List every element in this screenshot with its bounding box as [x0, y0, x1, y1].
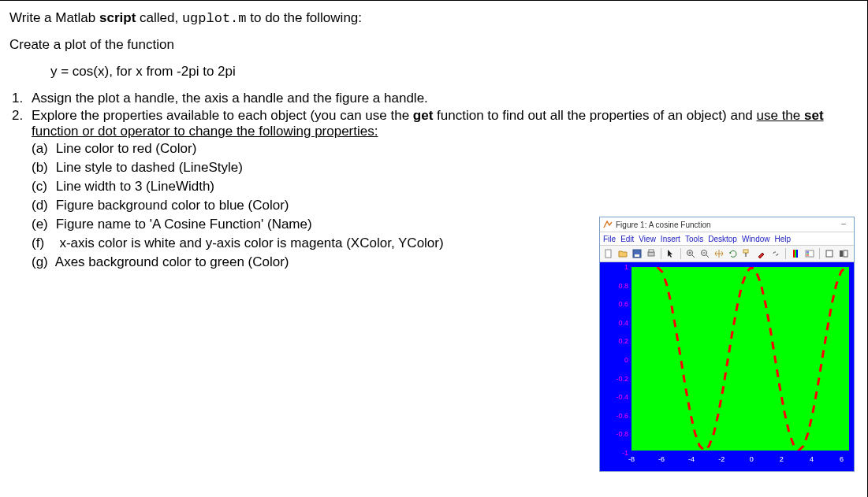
y-tick-label: -1 — [603, 449, 628, 457]
text: Write a Matlab — [9, 10, 99, 25]
save-icon[interactable] — [631, 247, 643, 260]
legend-icon[interactable] — [803, 247, 816, 260]
y-tick-label: 1 — [603, 263, 628, 271]
text: use the — [757, 108, 805, 123]
hide-tools-icon[interactable] — [823, 247, 836, 260]
svg-rect-22 — [840, 250, 843, 257]
open-icon[interactable] — [617, 247, 629, 260]
y-tick-label: 0.6 — [603, 300, 628, 308]
y-tick-label: -0.2 — [603, 375, 628, 383]
prop-f-text: x-axis color is white and y-axis color i… — [59, 236, 443, 250]
separator-icon — [661, 248, 661, 259]
prop-c: (c) Line width to 3 (LineWidth) — [32, 179, 853, 195]
svg-line-6 — [692, 255, 695, 258]
x-tick-label: 0 — [750, 455, 754, 463]
separator-icon — [680, 248, 681, 259]
new-icon[interactable] — [602, 247, 615, 260]
y-tick-label: 0.4 — [603, 319, 628, 327]
menu-view[interactable]: View — [639, 235, 656, 243]
text: to do the following: — [247, 10, 362, 25]
menu-window[interactable]: Window — [742, 235, 770, 243]
brush-icon[interactable] — [755, 247, 768, 260]
toolbar — [600, 246, 854, 262]
step-1-text: Assign the plot a handle, the axis a han… — [32, 91, 428, 106]
x-tick-label: -8 — [628, 455, 635, 463]
text-bold: set — [804, 108, 824, 123]
zoom-in-icon[interactable] — [684, 247, 697, 260]
svg-rect-16 — [796, 250, 798, 258]
axes: 10.80.60.40.20-0.2-0.4-0.6-0.8-1-8-6-4-2… — [631, 267, 849, 451]
svg-rect-15 — [795, 250, 796, 258]
prop-g-text: Axes background color to green (Color) — [55, 254, 289, 269]
y-tick-label: 0 — [603, 356, 628, 364]
datacursor-icon[interactable] — [741, 247, 754, 260]
x-tick-label: -2 — [718, 455, 725, 463]
y-tick-label: -0.6 — [603, 412, 628, 420]
x-tick-label: -6 — [658, 455, 665, 463]
menu-tools[interactable]: Tools — [685, 235, 703, 243]
svg-rect-21 — [826, 250, 833, 257]
y-tick-label: -0.8 — [603, 430, 628, 438]
svg-rect-0 — [605, 250, 611, 258]
prop-d: (d) Figure background color to blue (Col… — [32, 198, 853, 213]
text: Explore the properties available to each… — [32, 108, 413, 123]
code-filename: ugplot.m — [182, 11, 247, 26]
prop-a: (a) Line color to red (Color) — [32, 141, 853, 157]
text: function to find out all the properties … — [433, 108, 756, 123]
function-def: y = cos(x), for x from -2pi to 2pi — [50, 64, 853, 80]
prop-d-text: Figure background color to blue (Color) — [56, 198, 289, 213]
menu-help[interactable]: Help — [775, 235, 792, 243]
zoom-out-icon[interactable] — [698, 247, 711, 260]
minimize-button[interactable]: – — [836, 220, 851, 229]
text: function or dot operator to change the f… — [32, 124, 378, 139]
x-tick-label: 4 — [810, 455, 814, 463]
matlab-icon — [603, 220, 613, 229]
y-tick-label: 0.8 — [603, 282, 628, 290]
step-1: Assign the plot a handle, the axis a han… — [27, 91, 853, 106]
prop-b: (b) Line style to dashed (LineStyle) — [32, 160, 853, 176]
colorbar-icon[interactable] — [789, 247, 802, 260]
instruction-line-2: Create a plot of the function — [9, 37, 853, 53]
matlab-figure-window: Figure 1: A cosine Function – File Edit … — [599, 217, 855, 472]
y-tick-label: -0.4 — [603, 393, 628, 401]
svg-rect-3 — [648, 252, 654, 256]
text: called, — [136, 10, 182, 25]
menubar: File Edit View Insert Tools Desktop Wind… — [600, 232, 854, 246]
y-tick-label: 0.2 — [603, 337, 628, 345]
link-icon[interactable] — [769, 247, 782, 260]
x-tick-label: 2 — [780, 455, 784, 463]
pan-icon[interactable] — [713, 247, 725, 260]
separator-icon — [819, 248, 820, 259]
menu-desktop[interactable]: Desktop — [708, 235, 737, 243]
separator-icon — [785, 248, 786, 259]
instruction-line-1: Write a Matlab script called, ugplot.m t… — [9, 10, 853, 26]
menu-insert[interactable]: Insert — [661, 235, 680, 243]
prop-a-text: Line color to red (Color) — [56, 141, 197, 156]
show-tools-icon[interactable] — [837, 247, 850, 260]
titlebar[interactable]: Figure 1: A cosine Function – — [600, 217, 854, 232]
svg-rect-12 — [743, 250, 748, 253]
prop-e-text: Figure name to 'A Cosine Function' (Name… — [56, 217, 312, 232]
svg-rect-4 — [649, 250, 654, 252]
x-tick-label: -4 — [688, 455, 695, 463]
line-plot — [631, 267, 849, 451]
rotate-icon[interactable] — [727, 247, 739, 260]
text-bold: script — [99, 10, 136, 25]
prop-c-text: Line width to 3 (LineWidth) — [56, 179, 214, 194]
x-tick-label: 6 — [840, 455, 844, 463]
svg-rect-14 — [793, 250, 795, 258]
figure-canvas: 10.80.60.40.20-0.2-0.4-0.6-0.8-1-8-6-4-2… — [600, 262, 854, 471]
text-bold: get — [413, 108, 434, 123]
pointer-icon[interactable] — [665, 247, 677, 260]
svg-rect-2 — [635, 254, 639, 257]
menu-file[interactable]: File — [603, 235, 616, 243]
prop-b-text: Line style to dashed (LineStyle) — [56, 160, 243, 175]
window-title: Figure 1: A cosine Function — [616, 221, 711, 229]
menu-edit[interactable]: Edit — [620, 235, 634, 243]
svg-rect-23 — [844, 250, 848, 257]
svg-line-10 — [706, 255, 709, 258]
print-icon[interactable] — [645, 247, 658, 260]
